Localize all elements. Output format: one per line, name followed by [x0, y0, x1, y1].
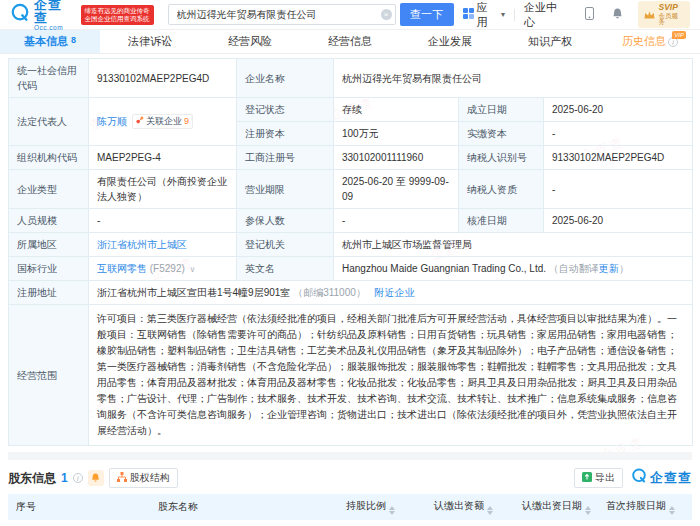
qcc-brand-text: 企查查: [650, 469, 692, 487]
address-label: 注册地址: [9, 281, 89, 305]
row-index: [8, 520, 50, 526]
col-date-label: 认缴出资日期: [522, 500, 582, 511]
logo-text-block: 企查查 Qcc.com: [34, 0, 76, 31]
credit-code-value: 91330102MAEP2PEG4D: [89, 59, 237, 98]
alert-bell-icon: [91, 473, 100, 483]
approval-date-label: 核准日期: [459, 209, 544, 233]
scope-label: 经营范围: [9, 305, 89, 446]
slogan-line-1: 缔造有远见的商业传奇: [85, 7, 150, 15]
col-date[interactable]: 认缴出资日期: [518, 494, 602, 520]
reg-status-value: 存续: [334, 98, 459, 122]
tab-legal-litigation[interactable]: 法律诉讼: [100, 30, 200, 53]
tab-legal-litigation-label: 法律诉讼: [128, 34, 172, 49]
sort-icon: [585, 506, 591, 515]
english-name-value: Hangzhou Maide Guangnian Trading Co., Lt…: [342, 263, 546, 274]
address-cell: 浙江省杭州市上城区宣田巷1号4幢9层901室 （邮编311000） 附近企业: [89, 281, 693, 305]
english-name-update-link[interactable]: 更新: [599, 263, 619, 274]
search-input[interactable]: [168, 4, 396, 25]
qcc-brand-mark: 企查查: [631, 468, 692, 488]
qcc-logo-icon: [10, 3, 30, 27]
shareholder-table: 序号 股东名称 持股比例 认缴出资额 认缴出资日期 首次持股日期 − 迈得顺 浙…: [8, 494, 692, 526]
tab-operating-risk-label: 经营风险: [228, 34, 272, 49]
insured-value: -: [334, 209, 459, 233]
shareholder-alert-button[interactable]: [88, 470, 104, 486]
shareholder-header: 股东信息 1 i 股权结构 导出: [8, 468, 692, 488]
col-amount[interactable]: 认缴出资额: [430, 494, 518, 520]
tab-operating-risk[interactable]: 经营风险: [200, 30, 300, 53]
taxpayer-qual-label: 纳税人资质: [459, 170, 544, 209]
header-nav: 应用 ▾ 企业中心 SVIP: [454, 0, 690, 30]
reg-capital-value: 100万元: [334, 122, 459, 146]
company-type-label: 企业类型: [9, 170, 89, 209]
basic-info-section: 统一社会信用代码 91330102MAEP2PEG4D 企业名称 杭州迈得光年贸…: [0, 54, 700, 460]
region-link[interactable]: 浙江省杭州市上城区: [97, 239, 187, 250]
reg-status-label: 登记状态: [237, 98, 334, 122]
section-divider: [8, 452, 692, 460]
paid-capital-value: -: [544, 122, 693, 146]
export-icon: [582, 472, 592, 484]
biz-term-value: 2025-06-20 至 9999-09-09: [334, 170, 459, 209]
clear-search-icon[interactable]: ×: [381, 9, 392, 20]
export-button[interactable]: 导出: [574, 468, 623, 488]
industry-label: 国标行业: [9, 257, 89, 281]
tab-company-development[interactable]: 企业发展: [400, 30, 500, 53]
col-first-date-label: 首次持股日期: [606, 500, 666, 511]
equity-structure-label: 股权结构: [130, 471, 170, 485]
ratio-value: 100%: [342, 520, 430, 526]
taxpayer-qual-value: -: [544, 170, 693, 209]
svip-member-badge[interactable]: SVIP 会员服务: [638, 1, 690, 28]
tab-business-info[interactable]: 经营信息: [300, 30, 400, 53]
first-date-value: 2025-06-20: [602, 520, 692, 526]
tab-basic-info-label: 基本信息: [24, 34, 68, 49]
sort-icon: [669, 506, 675, 515]
org-code-label: 组织机构代码: [9, 146, 89, 170]
notifications-button[interactable]: [603, 8, 632, 22]
industry-chevron-down-icon[interactable]: ∨: [190, 265, 196, 274]
established-label: 成立日期: [459, 98, 544, 122]
region-label: 所属地区: [9, 233, 89, 257]
logo-text: 企查查: [34, 0, 76, 24]
tab-basic-info[interactable]: 基本信息 8: [0, 30, 100, 53]
scope-value: 许可项目：第三类医疗器械经营（依法须经批准的项目，经相关部门批准后方可开展经营活…: [89, 305, 693, 446]
tab-company-development-label: 企业发展: [428, 34, 472, 49]
legal-rep-cell: 陈万顺关联企业9: [89, 98, 237, 146]
tab-business-info-label: 经营信息: [328, 34, 372, 49]
shareholder-name-cell: − 迈得顺 浙江迈得顺隐形眼镜有限公司: [50, 520, 342, 526]
biz-reg-no-label: 工商注册号: [237, 146, 334, 170]
insured-label: 参保人数: [237, 209, 334, 233]
registry-value: 杭州市上城区市场监督管理局: [334, 233, 693, 257]
col-ratio[interactable]: 持股比例: [342, 494, 430, 520]
vip-tag: VIP: [672, 31, 686, 39]
search-button[interactable]: 查一下: [400, 3, 454, 26]
col-amount-label: 认缴出资额: [434, 500, 484, 511]
legal-rep-link[interactable]: 陈万顺: [97, 116, 127, 127]
tab-intellectual-property[interactable]: 知识产权: [500, 30, 600, 53]
svip-text-block: SVIP 会员服务: [658, 3, 684, 26]
related-companies-badge[interactable]: 关联企业9: [132, 114, 193, 130]
tab-history-info[interactable]: VIP 历史信息 i: [600, 30, 700, 53]
enterprise-center-link[interactable]: 企业中心: [515, 0, 576, 30]
industry-cell: 互联网零售 (F5292) ∨: [89, 257, 237, 281]
qcc-logo[interactable]: 企查查 Qcc.com: [10, 0, 76, 31]
shareholder-count: 1: [61, 471, 68, 485]
approval-date-value: 2025-06-20: [544, 209, 693, 233]
sort-icon: [389, 506, 395, 515]
industry-link[interactable]: 互联网零售: [97, 263, 147, 274]
region-cell: 浙江省杭州市上城区: [89, 233, 237, 257]
apps-menu[interactable]: 应用 ▾: [454, 0, 514, 30]
slogan-line-2: 全国企业信用查询系统: [85, 15, 150, 23]
col-first-date[interactable]: 首次持股日期: [602, 494, 692, 520]
reg-capital-label: 注册资本: [237, 122, 334, 146]
credit-code-label: 统一社会信用代码: [9, 59, 89, 98]
bell-icon: [612, 8, 623, 22]
staff-size-value: -: [89, 209, 237, 233]
taxpayer-id-label: 纳税人识别号: [459, 146, 544, 170]
nearby-companies-link[interactable]: 附近企业: [375, 287, 415, 298]
legal-rep-label: 法定代表人: [9, 98, 89, 146]
related-companies-count: 9: [184, 115, 189, 129]
tab-basic-info-count: 8: [71, 35, 76, 45]
search-bar: × 查一下: [168, 3, 454, 26]
mobile-app-button[interactable]: [576, 7, 603, 22]
qcc-company-page: 企查查 Qcc.com 缔造有远见的商业传奇 全国企业信用查询系统 × 查一下 …: [0, 0, 700, 526]
equity-structure-button[interactable]: 股权结构: [109, 468, 178, 488]
